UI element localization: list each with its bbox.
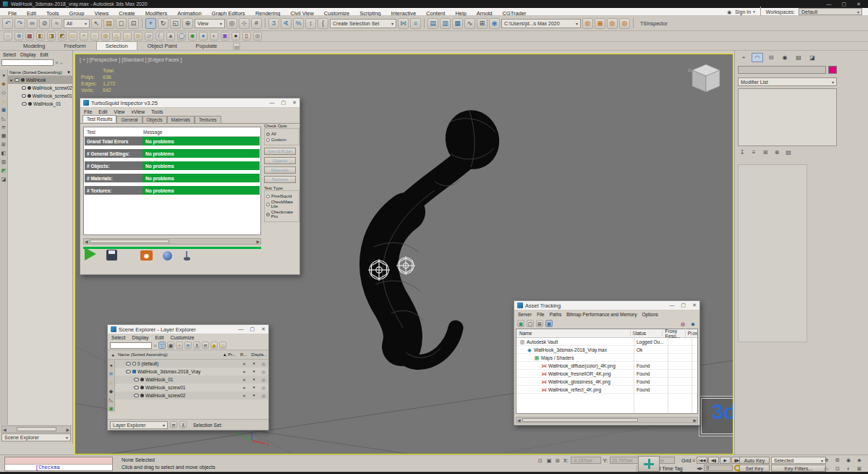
maxscript-mini-listener[interactable]: [Checkma (4, 457, 113, 471)
display-icon[interactable]: ◎ (262, 361, 265, 366)
WallHook_glossiness_4K.png[interactable]: ⋈ WallHook_glossiness_4K.png Found (516, 378, 697, 386)
color-dots-icon[interactable]: ◐ (210, 32, 218, 41)
eye-icon[interactable] (22, 86, 27, 90)
inspector-menu-item[interactable]: View (114, 109, 124, 114)
display-tab-icon[interactable]: ▤ (793, 53, 804, 62)
eye-icon[interactable] (22, 94, 27, 98)
minimize-button[interactable]: — (239, 326, 244, 332)
snap-toggle-icon[interactable]: 3 (268, 18, 279, 29)
refresh-assets-icon[interactable]: ▣ (517, 320, 524, 327)
selection-brush-icon[interactable]: ◩ (58, 32, 67, 41)
render-icon[interactable]: ● (252, 369, 255, 374)
col-freeze[interactable]: ▲ Pr... (223, 352, 236, 357)
layer-row[interactable]: WallHook_01 ∗ ● ◎ (115, 376, 268, 384)
filter-shapes-icon[interactable]: ◇ (0, 88, 7, 96)
filter-cameras-icon[interactable]: ▣ (0, 106, 7, 113)
light-icon[interactable]: ☼ (123, 32, 132, 41)
test-type-radio[interactable]: PixelSquid (266, 194, 297, 198)
layers-stack-icon[interactable]: ≋ (184, 342, 192, 349)
test-result-row[interactable]: # Textures: No problems (84, 186, 260, 195)
filter-bones-icon[interactable]: ◧ (0, 149, 7, 156)
filter-materials-icon[interactable]: ◩ (0, 166, 7, 174)
eye-icon[interactable] (134, 386, 139, 389)
coord-mode-icon[interactable]: ⊞ (554, 457, 561, 464)
viewcube[interactable]: ⌂ (688, 62, 724, 95)
rendered-frame-icon[interactable]: ▣ (595, 18, 605, 29)
Maps / Shaders[interactable]: ▦ Maps / Shaders (516, 354, 697, 362)
close-button[interactable]: ✕ (292, 100, 297, 106)
save-report-button[interactable] (106, 250, 117, 261)
close-button[interactable]: ✕ (692, 302, 697, 308)
clear-search-icon[interactable]: ✕ (153, 343, 157, 348)
dark-sphere-icon[interactable]: ● (231, 32, 240, 41)
select-move-icon[interactable]: + (145, 18, 156, 29)
freeze-icon[interactable]: ∗ (242, 385, 246, 390)
pan-navigation-button[interactable] (638, 456, 660, 472)
asset-menu-item[interactable]: File (537, 312, 544, 317)
selection-paint-icon[interactable]: ⊕ (14, 32, 23, 41)
col-message[interactable]: Message (143, 130, 162, 135)
configure-modifier-sets-icon[interactable]: ▤ (784, 148, 793, 157)
select-object-icon[interactable]: ↖ (91, 18, 102, 29)
remove-modifier-icon[interactable]: ⊗ (773, 148, 781, 157)
display-icon[interactable]: ◎ (262, 393, 265, 398)
filter-funnel-icon[interactable]: ▽ (158, 342, 166, 349)
display-icon[interactable]: ◎ (262, 377, 265, 382)
eye-icon[interactable] (14, 78, 20, 82)
previous-frame-button[interactable]: ◀▮ (708, 457, 719, 464)
freeze-icon[interactable]: ∗ (242, 393, 246, 398)
cone-primitive-icon[interactable]: △ (112, 32, 121, 41)
asset-tracking-window[interactable]: Asset Tracking — ▢ ✕ ServerFilePathsBitm… (514, 300, 700, 426)
freeze-icon[interactable]: ∗ (242, 369, 246, 374)
inspector-hscrollbar[interactable]: ◀▶ (83, 238, 261, 245)
inspector-menu-item[interactable]: File (84, 109, 92, 114)
key-unlock-icon[interactable]: ◇ (219, 342, 226, 349)
Autodesk Vault[interactable]: ▥ Autodesk Vault Logged Ou... (516, 338, 697, 346)
geosphere-primitive-icon[interactable]: ◯ (177, 32, 186, 41)
scene-tree-row[interactable]: WallHook_screw02 (8, 84, 72, 92)
asset-menu-item[interactable]: Server (518, 312, 532, 317)
eye-icon[interactable] (22, 102, 27, 106)
render-icon[interactable]: ● (252, 361, 255, 366)
material-editor-icon[interactable]: ◉ (489, 18, 500, 29)
maximize-button[interactable]: ▢ (250, 326, 255, 332)
render-icon[interactable]: ● (252, 393, 255, 398)
reference-coordinate-dropdown[interactable]: View (195, 19, 225, 28)
filter-frozen-icon[interactable]: ◪ (0, 175, 7, 182)
explorer-menu-item[interactable]: Edit (40, 52, 48, 57)
zoom-extents-icon[interactable]: ◉ (845, 456, 852, 463)
scene-undo-icon[interactable]: ◌ (4, 32, 12, 41)
layer-search-input[interactable] (110, 342, 152, 349)
go-to-start-button[interactable]: |◀◀ (697, 457, 707, 464)
inspector-menu-item[interactable]: Edit (98, 109, 107, 114)
asset-menu-item[interactable]: Paths (550, 312, 562, 317)
modifier-list-dropdown[interactable]: Modifier List (738, 77, 837, 86)
inspector-tab[interactable]: Textures (195, 116, 221, 123)
sort-header[interactable]: Name (Sorted Ascending) (118, 352, 168, 357)
filter-lights-icon[interactable]: ☼ (0, 97, 7, 104)
render-setup-icon[interactable]: ◍ (582, 18, 593, 29)
lock-layer-icon[interactable]: ▣ (167, 342, 174, 349)
filter-spacewarps-icon[interactable]: ≋ (0, 123, 7, 130)
layer-row[interactable]: WallHook_screw01 ∗ ● ◎ (115, 384, 268, 392)
curve-editor-icon[interactable]: ∿ (464, 18, 475, 29)
pin-stack-icon[interactable]: ↧ (738, 148, 746, 157)
orbit-icon[interactable]: ◐ (845, 465, 852, 472)
layer-menu-item[interactable]: Customize (170, 335, 194, 340)
key-filters-button[interactable]: Key Filters... (771, 465, 826, 472)
create-layer-icon[interactable]: + (176, 342, 183, 349)
test-result-row[interactable]: Grand Total Errors No problems (84, 137, 260, 145)
render-icon[interactable]: ● (252, 385, 255, 390)
populate-walker-icon[interactable]: ◉ (188, 32, 197, 41)
filter-funnel-icon[interactable]: ▼ (67, 70, 71, 75)
mirror-icon[interactable]: ⋈ (398, 18, 409, 29)
network-globe-icon[interactable]: ◍ (679, 320, 686, 327)
viewport-label[interactable]: [ + ] [Perspective ] [Standard ] [Edged … (80, 57, 182, 62)
motion-tab-icon[interactable]: ◉ (779, 53, 791, 62)
turbosquid-inspector-window[interactable]: TurboSquid Inspector v3.25 — ▢ ✕ FileEdi… (80, 98, 300, 275)
layer-row[interactable]: 0 (default) ∗ ● ◎ (115, 360, 268, 368)
test-result-row[interactable]: # Objects: No problems (84, 161, 260, 170)
render-iterative-icon[interactable]: ◍ (619, 18, 630, 29)
cylinder-primitive-icon[interactable]: ◓ (80, 32, 88, 41)
clipboard-icon[interactable]: ▯ (242, 32, 251, 41)
